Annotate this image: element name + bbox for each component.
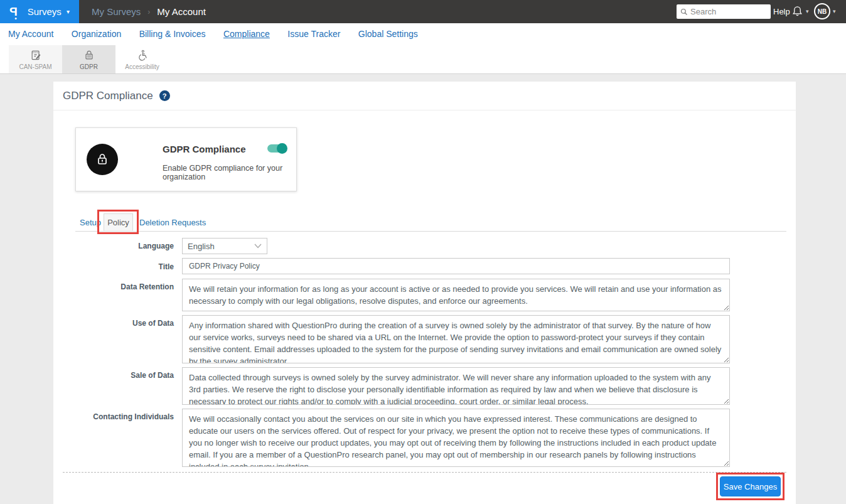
breadcrumb-parent[interactable]: My Surveys (92, 6, 141, 17)
breadcrumb-separator-icon: › (147, 8, 150, 16)
gdpr-enabled-toggle[interactable] (267, 144, 286, 153)
nav-item-organization[interactable]: Organization (65, 23, 128, 45)
language-value: English (188, 242, 215, 251)
field-label: Sale of Data (53, 371, 174, 380)
bell-icon (791, 5, 803, 18)
chevron-down-icon: ▾ (806, 8, 809, 14)
language-select[interactable]: English (182, 238, 267, 254)
sale-of-data-textarea[interactable] (182, 367, 730, 405)
toggle-knob (277, 143, 287, 154)
title-input[interactable] (182, 258, 730, 274)
contacting-individuals-textarea[interactable] (182, 409, 730, 467)
tab-can-spam[interactable]: CAN-SPAM (9, 45, 62, 73)
nav-item-my-account[interactable]: My Account (1, 23, 60, 45)
wheelchair-icon (136, 49, 149, 62)
app-window: P Surveys ▾ My Surveys › My Account Help… (0, 0, 846, 504)
nav-item-issue-tracker[interactable]: Issue Tracker (281, 23, 347, 45)
page-title: GDPR Compliance (63, 90, 153, 102)
padlock-icon (95, 152, 110, 167)
chevron-down-icon: ▾ (833, 8, 836, 14)
account-nav: My Account Organization Billing & Invoic… (0, 23, 846, 45)
breadcrumb-current: My Account (157, 6, 206, 17)
questionpro-logo-icon: P (9, 6, 18, 18)
gdpr-compliance-panel: GDPR Compliance ? GDPR Compliance Enable… (53, 82, 796, 504)
padlock-icon (83, 49, 95, 62)
section-divider (63, 472, 786, 473)
product-name[interactable]: Surveys (28, 6, 62, 17)
gdpr-card-description: Enable GDPR compliance for your organiza… (163, 164, 296, 181)
chevron-down-icon (254, 244, 262, 249)
notifications-menu[interactable]: ▾ (791, 5, 809, 18)
tab-accessibility[interactable]: Accessibility (115, 45, 169, 73)
policy-tab-bar: Setup Policy Deletion Requests (75, 214, 786, 232)
help-link[interactable]: Help (773, 0, 790, 23)
field-label: Contacting Individuals (53, 412, 174, 421)
avatar[interactable]: NB (814, 3, 830, 19)
tab-policy[interactable]: Policy (104, 213, 133, 231)
field-label: Use of Data (53, 319, 174, 328)
account-menu[interactable]: NB ▾ (814, 3, 836, 19)
tab-setup[interactable]: Setup (80, 214, 101, 231)
nav-item-global-settings[interactable]: Global Settings (351, 23, 425, 45)
help-icon[interactable]: ? (159, 90, 170, 101)
gdpr-card-title: GDPR Compliance (163, 144, 246, 154)
field-label: Language (53, 242, 174, 250)
tab-label: CAN-SPAM (19, 63, 51, 70)
field-label: Title (53, 262, 174, 271)
lock-badge (87, 144, 118, 175)
product-switcher[interactable]: P Surveys ▾ (0, 0, 79, 23)
top-bar: P Surveys ▾ My Surveys › My Account Help… (0, 0, 846, 23)
tab-label: Accessibility (125, 63, 159, 70)
breadcrumb: My Surveys › My Account (92, 0, 206, 23)
tab-deletion-requests[interactable]: Deletion Requests (139, 214, 206, 231)
tab-label: GDPR (80, 63, 98, 70)
gdpr-toggle-card: GDPR Compliance Enable GDPR compliance f… (75, 127, 297, 191)
use-of-data-textarea[interactable] (182, 315, 730, 363)
panel-header: GDPR Compliance ? (53, 82, 796, 110)
save-changes-button[interactable]: Save Changes (720, 476, 781, 496)
nav-item-compliance[interactable]: Compliance (217, 23, 277, 45)
nav-item-billing-invoices[interactable]: Billing & Invoices (132, 23, 213, 45)
chevron-down-icon: ▾ (67, 8, 70, 15)
search-icon (680, 8, 688, 16)
compliance-tab-bar: CAN-SPAM GDPR Accessibility (0, 45, 846, 74)
search-input[interactable] (690, 7, 766, 16)
tab-gdpr[interactable]: GDPR (62, 45, 115, 73)
field-label: Data Retention (53, 282, 174, 291)
document-pencil-icon (29, 49, 42, 62)
data-retention-textarea[interactable] (182, 279, 730, 311)
search-box[interactable] (677, 4, 771, 19)
